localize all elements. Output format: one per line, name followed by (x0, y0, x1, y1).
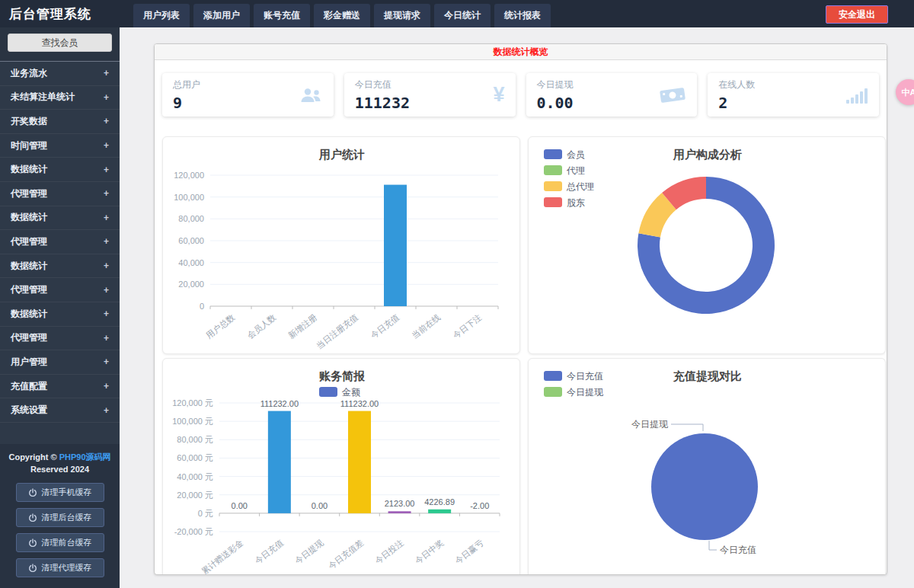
stat-card-icon-wrap: ¥ (493, 83, 504, 107)
sidebar-menu-item-10[interactable]: 数据统计+ (0, 302, 120, 327)
stat-card-value: 111232 (355, 94, 410, 112)
sidebar-menu-item-4[interactable]: 数据统计+ (0, 158, 120, 182)
expand-plus-icon: + (104, 308, 109, 319)
sidebar-menu-item-2[interactable]: 开奖数据+ (0, 110, 120, 134)
stat-card-value: 9 (173, 94, 200, 112)
expand-plus-icon: + (104, 333, 109, 344)
logout-button[interactable]: 安全退出 (826, 5, 888, 24)
svg-text:会员: 会员 (567, 149, 585, 160)
clear-cache-button-2[interactable]: 清理前台缓存 (16, 533, 104, 552)
svg-text:充值提现对比: 充值提现对比 (673, 369, 742, 382)
svg-text:111232.00: 111232.00 (260, 399, 299, 408)
svg-text:今日提现: 今日提现 (631, 419, 669, 430)
svg-text:代理: 代理 (566, 165, 585, 176)
svg-text:0: 0 (200, 302, 204, 311)
top-nav-item-4[interactable]: 提现请求 (374, 4, 430, 27)
expand-plus-icon: + (104, 356, 109, 367)
cache-buttons-group: 清理手机缓存清理后台缓存清理前台缓存清理代理缓存 (0, 483, 120, 577)
sidebar-menu-item-12[interactable]: 用户管理+ (0, 350, 120, 375)
sidebar-menu-item-13[interactable]: 充值配置+ (0, 375, 120, 399)
sidebar-menu-label: 代理管理 (11, 187, 47, 200)
svg-text:用户构成分析: 用户构成分析 (673, 148, 742, 161)
svg-text:今日中奖: 今日中奖 (413, 538, 445, 566)
sidebar-menu-item-11[interactable]: 代理管理+ (0, 327, 120, 351)
clear-cache-button-3[interactable]: 清理代理缓存 (16, 558, 104, 577)
banknote-icon (658, 84, 688, 106)
svg-text:今日提现: 今日提现 (567, 387, 604, 398)
stat-card-label: 今日提现 (537, 78, 574, 91)
expand-plus-icon: + (104, 381, 109, 391)
panel-header: 数据统计概览 (155, 44, 887, 60)
reserved-text: Reserved 2024 (0, 465, 120, 474)
svg-text:当日注册充值: 当日注册充值 (315, 312, 360, 350)
stat-card-0: 总用户9 (162, 73, 334, 117)
power-icon (28, 488, 37, 497)
svg-text:0.00: 0.00 (232, 501, 248, 510)
sidebar-menu-item-0[interactable]: 业务流水+ (0, 62, 120, 86)
svg-text:今日投注: 今日投注 (373, 538, 405, 566)
svg-text:今日充值: 今日充值 (720, 545, 756, 555)
sidebar-menu-label: 代理管理 (11, 283, 47, 296)
copyright-link[interactable]: PHP90源码网 (59, 452, 111, 462)
svg-text:40,000: 40,000 (178, 258, 204, 267)
sidebar-menu-label: 开奖数据 (11, 115, 47, 128)
stat-card-icon-wrap (299, 86, 323, 104)
svg-text:60,000: 60,000 (178, 236, 204, 245)
expand-plus-icon: + (104, 140, 109, 151)
top-nav-item-3[interactable]: 彩金赠送 (314, 4, 370, 27)
top-nav-item-2[interactable]: 账号充值 (254, 4, 310, 27)
sidebar-menu-item-8[interactable]: 数据统计+ (0, 254, 120, 279)
stat-card-3: 在线人数2 (708, 73, 879, 117)
clear-cache-button-1[interactable]: 清理后台缓存 (16, 508, 104, 527)
sidebar-menu-item-6[interactable]: 数据统计+ (0, 206, 120, 231)
svg-text:120,000: 120,000 (174, 171, 204, 180)
stat-card-icon-wrap (845, 86, 868, 104)
svg-text:-2.00: -2.00 (470, 501, 489, 510)
sidebar-menu-item-3[interactable]: 时间管理+ (0, 134, 120, 158)
expand-plus-icon: + (104, 260, 109, 271)
expand-plus-icon: + (104, 236, 109, 247)
svg-text:今日充值: 今日充值 (567, 371, 603, 382)
clear-cache-button-0[interactable]: 清理手机缓存 (16, 483, 104, 502)
sidebar-menu-label: 数据统计 (11, 260, 47, 273)
chart-card-user-stats: 用户统计020,00040,00060,00080,000100,000120,… (162, 136, 520, 354)
svg-text:账务简报: 账务简报 (318, 369, 366, 382)
svg-text:会员人数: 会员人数 (245, 312, 277, 340)
stat-card-value: 2 (718, 94, 755, 112)
power-icon (28, 513, 37, 522)
sidebar-menu-item-1[interactable]: 未结算注单统计+ (0, 86, 120, 110)
pie-slice-0 (651, 433, 758, 540)
svg-text:今日充值: 今日充值 (253, 538, 285, 566)
svg-text:今日充值: 今日充值 (369, 312, 401, 340)
sidebar-menu-item-9[interactable]: 代理管理+ (0, 278, 120, 302)
sidebar-menu-item-14[interactable]: 系统设置+ (0, 398, 120, 423)
chart-user-composition: 用户构成分析会员代理总代理股东 (529, 137, 887, 350)
svg-text:20,000: 20,000 (178, 280, 204, 289)
sidebar-menu-label: 时间管理 (11, 139, 47, 152)
cache-button-label: 清理手机缓存 (42, 487, 92, 498)
expand-plus-icon: + (104, 92, 109, 103)
top-nav-item-0[interactable]: 用户列表 (133, 4, 190, 27)
sidebar-menu-item-5[interactable]: 代理管理+ (0, 182, 120, 206)
stat-card-2: 今日提现0.00 (526, 73, 698, 117)
users-icon (299, 86, 323, 104)
svg-text:40,000 元: 40,000 元 (177, 472, 213, 481)
expand-plus-icon: + (104, 285, 109, 296)
top-nav-item-5[interactable]: 今日统计 (434, 4, 491, 27)
bar-finance-brief-1 (268, 411, 291, 513)
legend-swatch-2 (544, 181, 562, 191)
svg-text:今日下注: 今日下注 (451, 312, 483, 340)
stat-card-value: 0.00 (537, 94, 574, 112)
sidebar-menu-item-7[interactable]: 代理管理+ (0, 230, 120, 254)
svg-text:111232.00: 111232.00 (340, 399, 379, 408)
sidebar-menu-label: 数据统计 (11, 211, 47, 224)
copyright-text: Copyright © (8, 452, 56, 462)
top-nav-item-6[interactable]: 统计报表 (494, 4, 551, 27)
bar-finance-brief-4 (388, 511, 411, 513)
expand-plus-icon: + (104, 116, 109, 126)
main-content: 数据统计概览 总用户9今日充值111232¥今日提现0.00在线人数2 用户统计… (120, 27, 914, 588)
search-member-button[interactable]: 查找会员 (8, 34, 112, 52)
stat-cards-row: 总用户9今日充值111232¥今日提现0.00在线人数2 (155, 73, 887, 117)
top-nav-item-1[interactable]: 添加用户 (193, 4, 250, 27)
sidebar: 查找会员 业务流水+未结算注单统计+开奖数据+时间管理+数据统计+代理管理+数据… (0, 27, 120, 588)
